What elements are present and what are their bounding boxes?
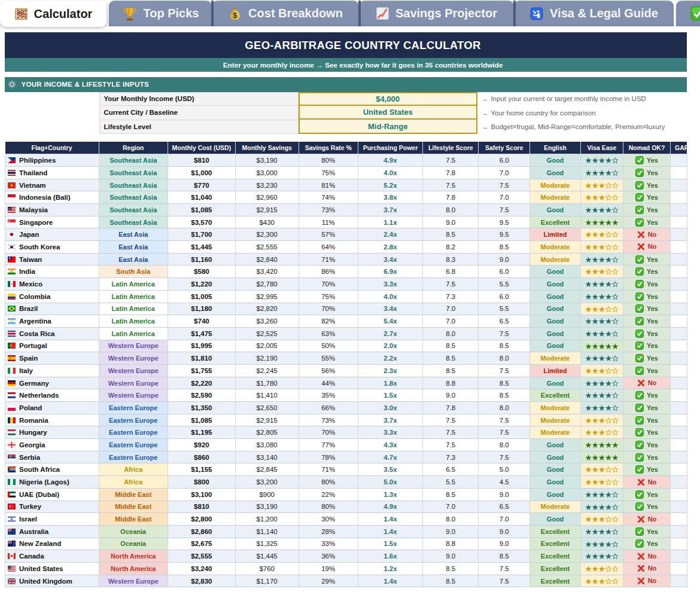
svg-text:$: $ <box>233 11 238 20</box>
